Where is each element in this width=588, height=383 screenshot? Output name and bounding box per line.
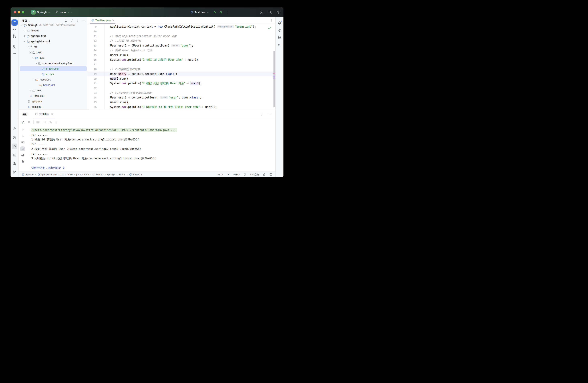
build-button[interactable] xyxy=(12,126,17,131)
tree-item-.gitignore[interactable]: .gitignore xyxy=(19,99,88,104)
project-widget[interactable]: S Spring6 xyxy=(31,10,50,15)
breadcrumb-spring6[interactable]: spring6 xyxy=(107,173,115,176)
tree-item-spring6-ioc-xml[interactable]: spring6-ioc-xml xyxy=(19,39,88,44)
breadcrumb-com[interactable]: com xyxy=(84,173,89,176)
code-line-18[interactable]: 18// 2.根据类型获取对象 xyxy=(88,67,275,72)
hide-run-panel-icon[interactable] xyxy=(268,112,272,116)
minimize-window-button[interactable] xyxy=(18,11,20,13)
breadcrumb-TestUser[interactable]: CTestUser xyxy=(129,173,142,176)
tab-options-icon[interactable] xyxy=(270,19,273,22)
chevron-down-icon[interactable] xyxy=(35,62,38,65)
breadcrumb-java[interactable]: java xyxy=(76,173,81,176)
breadcrumb-codermast[interactable]: codermast xyxy=(92,173,104,176)
terminal-button[interactable] xyxy=(12,152,17,158)
debug-button[interactable] xyxy=(218,10,223,15)
notifications-button[interactable] xyxy=(277,20,282,26)
code-line-19[interactable]: 19User user2 = context.getBean(User.clas… xyxy=(88,72,275,76)
chevron-down-icon[interactable] xyxy=(32,78,35,81)
tree-item-User[interactable]: CUser xyxy=(19,71,88,77)
vcs-branch-widget[interactable]: main xyxy=(56,11,73,14)
run-panel-options-icon[interactable] xyxy=(260,112,264,116)
close-tab-icon[interactable] xyxy=(112,19,115,22)
problems-button[interactable] xyxy=(12,161,17,167)
code-line-20[interactable]: 20user2.run(); xyxy=(88,76,275,81)
code-line-16[interactable]: 16System.out.println("1 根据 id 获取的 User 对… xyxy=(88,57,275,62)
more-tool-windows-button[interactable] xyxy=(12,50,17,56)
commit-button[interactable] xyxy=(12,27,17,32)
chevron-right-icon[interactable] xyxy=(23,35,26,37)
code-line-9[interactable]: 9ApplicationContext context = new ClassP… xyxy=(88,24,275,29)
status-file-encoding[interactable]: UTF-8 xyxy=(233,173,240,176)
code-line-12[interactable]: 12// 1.根据 id 获取对象 xyxy=(88,39,275,43)
stop-button[interactable] xyxy=(26,120,32,125)
tree-item-spring6-first[interactable]: spring6-first xyxy=(19,33,88,39)
breadcrumb-spring6-ioc-xml[interactable]: spring6-ioc-xml xyxy=(37,173,57,176)
chevron-down-icon[interactable] xyxy=(20,24,23,26)
status-line-separator[interactable]: LF xyxy=(227,173,229,176)
tree-item-java[interactable]: java xyxy=(19,55,88,61)
prev-occurrence-button[interactable] xyxy=(20,127,25,132)
status-error-indicator[interactable] xyxy=(270,173,273,176)
status-cursor-position[interactable]: 19:17 xyxy=(217,173,223,176)
code-editor[interactable]: 9ApplicationContext context = new ClassP… xyxy=(88,24,275,110)
code-line-10[interactable]: 10 xyxy=(88,29,275,34)
code-with-me-button[interactable] xyxy=(260,10,263,14)
code-line-25[interactable]: 25user3.run(); xyxy=(88,100,275,105)
code-line-21[interactable]: 21System.out.println("2 根据 类型 获取的 User 对… xyxy=(88,81,275,86)
tree-item-pom.xml[interactable]: mpom.xml xyxy=(19,93,88,99)
more-run-options-button[interactable] xyxy=(54,120,59,125)
chevron-down-icon[interactable] xyxy=(28,20,31,22)
chevron-down-icon[interactable] xyxy=(32,56,35,59)
print-button[interactable] xyxy=(20,153,25,158)
ai-assistant-button[interactable] xyxy=(277,27,282,33)
breadcrumb-Spring6[interactable]: Spring6 xyxy=(22,173,34,176)
breadcrumb-iocxml[interactable]: iocxml xyxy=(119,173,125,176)
editor-scrollbar[interactable] xyxy=(273,51,275,107)
close-window-button[interactable] xyxy=(14,11,16,13)
chevron-down-icon[interactable] xyxy=(29,51,32,54)
breadcrumb-src[interactable]: src xyxy=(61,173,64,176)
chevron-down-icon[interactable] xyxy=(23,40,26,43)
status-highlighting-level[interactable] xyxy=(243,173,246,176)
run-configuration-widget[interactable]: TestUser xyxy=(190,11,209,14)
tree-item-images[interactable]: images xyxy=(19,28,88,33)
capture-memory-snapshot-button[interactable] xyxy=(35,120,41,125)
database-button[interactable] xyxy=(277,35,282,40)
tree-item-resources[interactable]: resources xyxy=(19,77,88,82)
run-button[interactable] xyxy=(212,10,217,15)
run-button[interactable] xyxy=(12,144,17,149)
next-occurrence-button[interactable] xyxy=(20,134,25,138)
inspections-ok-check-icon[interactable] xyxy=(268,26,272,30)
attach-debugger-button[interactable] xyxy=(42,120,47,125)
services-button[interactable] xyxy=(12,135,17,140)
breadcrumb-main[interactable]: main xyxy=(67,173,72,176)
code-line-14[interactable]: 14// 调用 user 对象的 run 方法 xyxy=(88,48,275,53)
code-line-26[interactable]: 26System.out.println("3 同时根据 id 和 类型 获取的… xyxy=(88,105,275,109)
code-line-11[interactable]: 11// 通过 applicationContext 来获取 user 对象 xyxy=(88,34,275,39)
code-line-22[interactable]: 22 xyxy=(88,86,275,90)
scroll-to-end-button[interactable] xyxy=(20,147,25,151)
tree-item-TestUser[interactable]: CTestUser xyxy=(19,66,88,71)
soft-wrap-button[interactable] xyxy=(20,140,25,145)
settings-button[interactable] xyxy=(276,10,280,14)
tree-item-pom.xml[interactable]: mpom.xml xyxy=(19,104,88,109)
version-control-button[interactable] xyxy=(12,170,17,175)
run-tab-testuser[interactable]: TestUser xyxy=(33,110,55,118)
zoom-window-button[interactable] xyxy=(22,11,24,13)
maven-button[interactable]: m xyxy=(277,42,282,47)
rerun-button[interactable] xyxy=(20,120,25,125)
chevron-right-icon[interactable] xyxy=(23,29,26,32)
tree-item-src[interactable]: src xyxy=(19,44,88,50)
profiler-button[interactable] xyxy=(48,120,53,125)
search-everywhere-button[interactable] xyxy=(268,10,272,14)
code-line-15[interactable]: 15user1.run(); xyxy=(88,53,275,57)
chevron-down-icon[interactable] xyxy=(26,45,29,48)
chevron-right-icon[interactable] xyxy=(29,89,32,92)
status-indent-style[interactable]: 4 个空格 xyxy=(250,173,259,176)
close-tab-icon[interactable] xyxy=(51,113,53,116)
code-line-17[interactable]: 17 xyxy=(88,62,275,67)
tree-item-Spring6[interactable]: Spring6源代码根目录: ~/IdeaProjects/Spri xyxy=(19,22,88,28)
editor-tab-testuser-java[interactable]: C TestUser.java xyxy=(88,17,117,24)
status-file-writable[interactable] xyxy=(263,173,266,176)
clear-all-button[interactable] xyxy=(20,159,25,164)
